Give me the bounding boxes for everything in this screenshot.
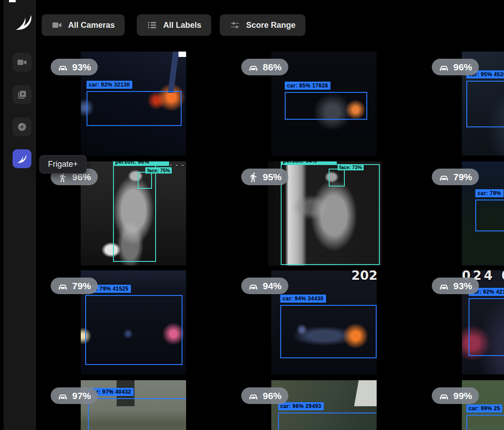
person-icon (248, 172, 259, 182)
detection-label: car: 94% 34430 (280, 295, 326, 303)
bounding-box: car: 85% 17628 (285, 92, 367, 120)
bounding-box: car: 96% 29493 (278, 413, 377, 430)
bounding-box: car: 99% 25 (466, 415, 504, 430)
score-badge: 86% (241, 59, 288, 75)
detection-thumbnail[interactable]: car: 96% 29493 (271, 380, 377, 430)
score-badge: 96% (432, 59, 479, 75)
car-icon (248, 62, 259, 73)
score-text: 86% (263, 62, 282, 73)
frigate-logo-icon (13, 11, 34, 34)
detection-label: car: 92% 32130 (87, 81, 132, 89)
bounding-box: car: 79% (475, 200, 504, 231)
detection-thumbnail[interactable]: car: 97% 40432 (81, 380, 186, 430)
all-labels-label: All Labels (163, 21, 201, 30)
score-text: 97% (72, 391, 91, 401)
score-range-label: Score Range (246, 21, 295, 30)
car-icon (57, 62, 68, 73)
bounding-box: car: 92% 32130 (87, 91, 182, 126)
score-badge: 93% (51, 59, 98, 75)
face-box: face: 75% (138, 172, 152, 189)
all-cameras-label: All Cameras (68, 21, 115, 30)
detection-label: person: 94% (281, 161, 337, 165)
sidebar-item-live[interactable] (13, 53, 31, 72)
grid-cell: car: 79% 79% (426, 157, 504, 266)
car-icon (439, 62, 449, 73)
face-label: face: 75% (145, 167, 172, 174)
screen-artifact (9, 0, 16, 2)
osd-timestamp: 202 (352, 270, 377, 283)
score-text: 93% (72, 62, 91, 73)
score-badge: 97% (51, 387, 98, 404)
camera-icon (17, 57, 27, 68)
sidebar (4, 0, 36, 430)
bounding-box: car: 97% 40432 (88, 398, 186, 430)
detection-label: person: 96% (113, 161, 169, 166)
grid-cell: car: 99% 25 99% (426, 376, 504, 430)
detection-label: car: 99% 25 (466, 404, 502, 413)
bird-icon (16, 153, 28, 165)
grid-cell: car: 85% 17628 86% (236, 47, 426, 156)
score-badge: 96% (241, 387, 288, 404)
grid-cell: car: 96% 29493 96% (236, 376, 426, 430)
disc-icon (17, 122, 27, 132)
tooltip-frigate-plus: Frigate+ (39, 155, 87, 174)
sidebar-item-review[interactable] (13, 85, 31, 104)
all-labels-button[interactable]: All Labels (137, 14, 211, 36)
score-badge: 95% (241, 169, 288, 185)
face-box: face: 73% (329, 169, 345, 187)
bounding-box: car: 94% 34430 (280, 305, 377, 358)
score-text: 99% (453, 391, 472, 401)
sliders-icon (230, 20, 240, 30)
car-icon (439, 281, 449, 291)
car-icon (439, 391, 449, 401)
grid-cell: car: 97% 40432 97% (45, 376, 236, 430)
grid-cell: car: 79% 41525 79% (45, 266, 236, 375)
score-text: 79% (453, 172, 472, 182)
car-icon (248, 281, 259, 291)
grid-cell: car: 92% 32130 93% (45, 47, 236, 156)
detection-label: car: 79% (475, 189, 504, 197)
score-text: 95% (263, 172, 282, 182)
sidebar-item-frigate-plus[interactable] (13, 149, 31, 168)
score-range-button[interactable]: Score Range (220, 14, 305, 36)
sidebar-item-export[interactable] (13, 117, 31, 136)
score-badge: 93% (432, 278, 479, 294)
score-badge: 79% (432, 169, 479, 185)
car-icon (57, 391, 68, 401)
detection-label: car: 96% 29493 (278, 402, 324, 410)
score-text: 96% (263, 391, 282, 401)
score-badge: 79% (51, 278, 98, 294)
car-icon (248, 391, 259, 401)
car-icon (57, 281, 68, 291)
score-text: 79% (72, 281, 91, 291)
score-badge: 99% (432, 387, 479, 404)
grid-cell: car: 95% 45260 96% (426, 47, 504, 156)
frigate-plus-page: { "app": { "tooltip": "Frigate+" }, "col… (0, 0, 504, 430)
face-label: face: 73% (338, 164, 364, 170)
bounding-box: car: 95% 45260 (466, 81, 504, 127)
review-icon (17, 89, 27, 100)
car-icon (439, 172, 449, 182)
list-icon (147, 20, 157, 30)
grid-cell: 202 car: 94% 34430 94% (236, 266, 426, 375)
grid-cell: 024 00 0 car: 92% 4218 93% (426, 266, 504, 375)
bounding-box: car: 79% 41525 (85, 295, 182, 365)
score-text: 96% (453, 62, 472, 73)
detection-label: car: 85% 17628 (285, 82, 330, 90)
score-text: 94% (263, 281, 282, 291)
score-text: 93% (453, 281, 472, 291)
all-cameras-button[interactable]: All Cameras (42, 14, 125, 36)
grid-cell: person: 94% face: 73% 95% (236, 157, 426, 266)
bounding-box: car: 92% 4218 (469, 298, 504, 356)
camera-icon (52, 20, 62, 30)
score-badge: 94% (241, 278, 288, 294)
